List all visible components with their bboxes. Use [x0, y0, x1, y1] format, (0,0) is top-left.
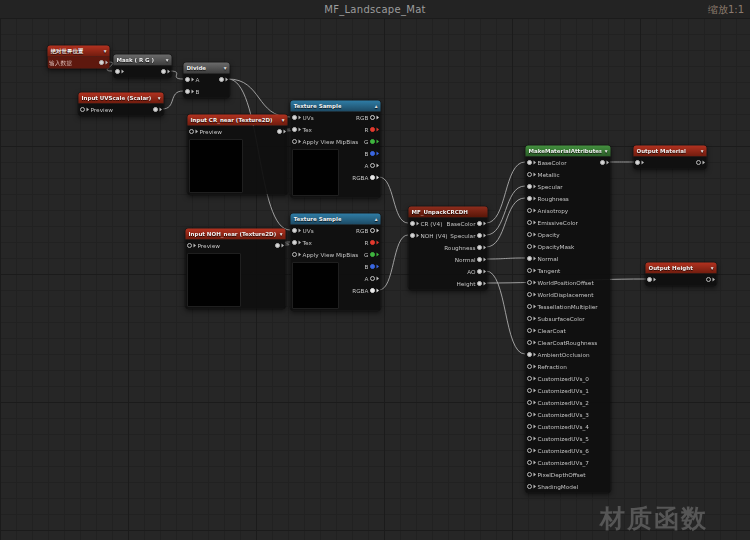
node-output-material[interactable]: Output Material▾ [633, 145, 707, 169]
node-header[interactable]: Input UVScale (Scalar)▾ [79, 93, 164, 104]
node-make-material-attributes[interactable]: MakeMaterialAttributes▾BaseColorMetallic… [525, 145, 611, 493]
node-mask-rg[interactable]: Mask ( R G )▾ [113, 54, 172, 78]
pin-in-customizeduvs-3[interactable] [527, 412, 532, 417]
pin-out-b[interactable] [370, 151, 375, 156]
dropdown-arrow-icon[interactable]: ▾ [166, 57, 169, 63]
pin-in-a[interactable] [185, 77, 190, 82]
pin-in-worlddisplacement[interactable] [527, 292, 532, 297]
wire-9[interactable] [486, 162, 525, 223]
pin-out-height[interactable] [477, 281, 482, 286]
pin-in-cr-v4[interactable] [410, 221, 415, 226]
pin-in-normal[interactable] [527, 256, 532, 261]
pin-in-customizeduvs-4[interactable] [527, 424, 532, 429]
pin-in-customizeduvs-1[interactable] [527, 388, 532, 393]
node-divide[interactable]: Divide▾AB [183, 62, 230, 98]
titlebar[interactable]: MF_Landscape_Mat 缩放1:1 [0, 0, 750, 19]
node-texture-sample-2[interactable]: Texture Sample▴UVsRGBTexRApply View MipB… [290, 213, 381, 311]
pin-in-tex[interactable] [292, 127, 297, 132]
wire-12[interactable] [486, 258, 525, 259]
pin-out-a[interactable] [370, 163, 375, 168]
node-absolute-world-position[interactable]: 绝对世界位置▾输入数据 [47, 45, 110, 69]
pin-in-customizeduvs-5[interactable] [527, 436, 532, 441]
dropdown-arrow-icon[interactable]: ▾ [104, 48, 107, 54]
pin-in-worldpositionoffset[interactable] [527, 280, 532, 285]
pin-in-opacity[interactable] [527, 232, 532, 237]
dropdown-arrow-icon[interactable]: ▾ [711, 265, 714, 271]
collapse-arrow-icon[interactable]: ▴ [375, 103, 378, 109]
wire-7[interactable] [379, 177, 408, 223]
pin-in-ambientocclusion[interactable] [527, 352, 532, 357]
pin-out-rgb[interactable] [370, 115, 375, 120]
pin-in-tex[interactable] [292, 240, 297, 245]
pin-in-customizeduvs-6[interactable] [527, 448, 532, 453]
pin-out-b[interactable] [370, 264, 375, 269]
pin-in-shadingmodel[interactable] [527, 484, 532, 489]
pin-in-apply-view-mipbias[interactable] [292, 252, 297, 257]
node-header[interactable]: Output Height▾ [646, 263, 717, 274]
pin-out-pin[interactable] [696, 160, 701, 165]
wire-11[interactable] [486, 198, 525, 247]
pin-in-tessellationmultiplier[interactable] [527, 304, 532, 309]
pin-in-pin[interactable] [635, 160, 640, 165]
node-input-noh-near[interactable]: Input NOH_near (Texture2D)▾Preview [185, 228, 286, 309]
pin-in-anisotropy[interactable] [527, 208, 532, 213]
pin-out-pin[interactable] [99, 60, 104, 65]
collapse-arrow-icon[interactable]: ▴ [375, 216, 378, 222]
pin-out-pin[interactable] [161, 69, 166, 74]
pin-out-normal[interactable] [477, 257, 482, 262]
dropdown-arrow-icon[interactable]: ▾ [280, 231, 283, 237]
pin-out-pin[interactable] [153, 107, 158, 112]
dropdown-arrow-icon[interactable]: ▾ [282, 117, 285, 123]
pin-in-emissivecolor[interactable] [527, 220, 532, 225]
pin-in-uvs[interactable] [292, 228, 297, 233]
node-header[interactable]: MakeMaterialAttributes▾ [526, 146, 611, 157]
node-header[interactable]: Output Material▾ [634, 146, 707, 157]
node-header[interactable]: Input NOH_near (Texture2D)▾ [186, 229, 286, 240]
dropdown-arrow-icon[interactable]: ▾ [224, 65, 227, 71]
pin-out-pin[interactable] [706, 277, 711, 282]
dropdown-arrow-icon[interactable]: ▾ [605, 148, 608, 154]
dropdown-arrow-icon[interactable]: ▾ [158, 95, 161, 101]
pin-out-rgba[interactable] [370, 288, 375, 293]
pin-out-r[interactable] [370, 240, 375, 245]
wire-3[interactable] [228, 79, 290, 117]
node-header[interactable]: MF_UnpackCRCDH [409, 207, 488, 218]
pin-in-opacitymask[interactable] [527, 244, 532, 249]
node-header[interactable]: Texture Sample▴ [291, 101, 381, 112]
pin-in-refraction[interactable] [527, 364, 532, 369]
node-mf-unpackcrcdh[interactable]: MF_UnpackCRCDHCR (V4)BaseColorNOH (V4)Sp… [408, 206, 488, 290]
pin-in-clearcoat[interactable] [527, 328, 532, 333]
node-header[interactable]: Texture Sample▴ [291, 214, 381, 225]
pin-out-rgba[interactable] [370, 175, 375, 180]
node-header[interactable]: Mask ( R G )▾ [114, 55, 172, 66]
node-input-uvscale[interactable]: Input UVScale (Scalar)▾Preview [78, 92, 164, 116]
node-header[interactable]: 绝对世界位置▾ [48, 46, 110, 57]
pin-out-a[interactable] [370, 276, 375, 281]
pin-out-roughness[interactable] [477, 245, 482, 250]
pin-out-ao[interactable] [477, 269, 482, 274]
wire-2[interactable] [162, 91, 183, 109]
pin-in-customizeduvs-0[interactable] [527, 376, 532, 381]
node-input-cr-near[interactable]: Input CR_near (Texture2D)▾Preview [187, 114, 288, 195]
node-output-height[interactable]: Output Height▾ [645, 262, 717, 286]
graph-canvas[interactable]: 绝对世界位置▾输入数据Mask ( R G )▾Divide▾ABInput U… [0, 18, 750, 540]
pin-out-basecolor[interactable] [477, 221, 482, 226]
pin-out-r[interactable] [370, 127, 375, 132]
pin-out-pin[interactable] [275, 243, 280, 248]
node-header[interactable]: Input CR_near (Texture2D)▾ [188, 115, 288, 126]
pin-in-preview[interactable] [189, 129, 194, 134]
pin-in-clearcoatroughness[interactable] [527, 340, 532, 345]
node-texture-sample-1[interactable]: Texture Sample▴UVsRGBTexRApply View MipB… [290, 100, 381, 198]
pin-out-pin[interactable] [600, 160, 605, 165]
pin-in-uvs[interactable] [292, 115, 297, 120]
pin-out-g[interactable] [370, 252, 375, 257]
pin-in-customizeduvs-7[interactable] [527, 460, 532, 465]
pin-in-preview[interactable] [80, 107, 85, 112]
pin-out-g[interactable] [370, 139, 375, 144]
pin-out-pin[interactable] [219, 77, 224, 82]
pin-in-apply-view-mipbias[interactable] [292, 139, 297, 144]
node-header[interactable]: Divide▾ [184, 63, 230, 74]
pin-in-basecolor[interactable] [527, 160, 532, 165]
pin-in-preview[interactable] [187, 243, 192, 248]
pin-in-roughness[interactable] [527, 196, 532, 201]
